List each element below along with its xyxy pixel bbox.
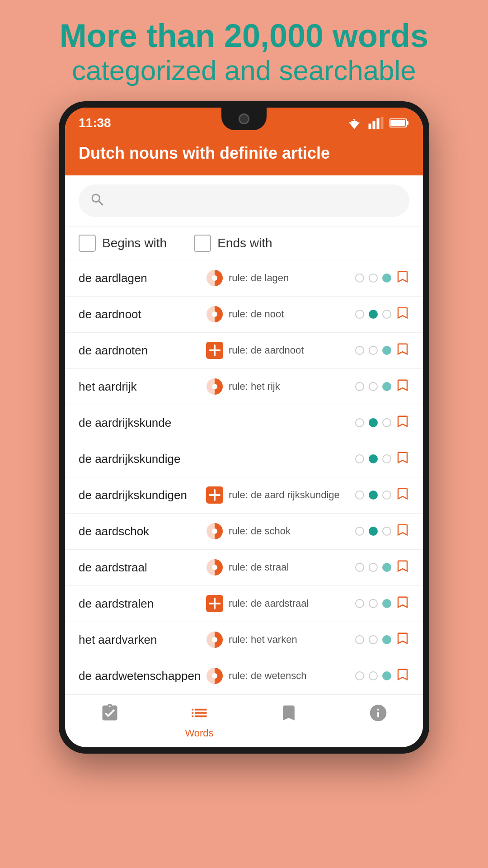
camera-icon xyxy=(239,113,249,124)
dot-0[interactable] xyxy=(355,635,364,644)
word-controls xyxy=(355,666,409,686)
word-row[interactable]: de aardstraal rule: de straal xyxy=(65,550,423,586)
dot-0[interactable] xyxy=(355,382,364,391)
dot-2[interactable] xyxy=(382,527,391,536)
word-row[interactable]: het aardvarken rule: het varken xyxy=(65,622,423,658)
word-text: de aardwetenschappen xyxy=(79,669,205,683)
dot-0[interactable] xyxy=(355,599,364,608)
dot-1[interactable] xyxy=(369,563,378,572)
dot-1[interactable] xyxy=(369,599,378,608)
word-text: de aardrijkskunde xyxy=(79,416,205,430)
bookmark-icon[interactable] xyxy=(396,630,409,650)
ends-with-filter[interactable]: Ends with xyxy=(194,235,272,252)
word-row[interactable]: de aardrijkskunde xyxy=(65,405,423,441)
bookmark-icon[interactable] xyxy=(396,269,409,288)
word-controls xyxy=(355,269,409,288)
word-row[interactable]: de aardstralen rule: de aardstraal xyxy=(65,586,423,622)
rule-text: rule: de schok xyxy=(229,525,355,538)
rule-text: rule: de straal xyxy=(229,561,355,574)
dot-1[interactable] xyxy=(369,527,378,536)
dot-2[interactable] xyxy=(382,671,391,680)
dot-0[interactable] xyxy=(355,563,364,572)
bookmark-icon[interactable] xyxy=(396,413,409,433)
svg-point-30 xyxy=(212,637,217,642)
word-row[interactable]: de aardrijkskundigen rule: de aard rijks… xyxy=(65,477,423,514)
word-row[interactable]: de aardrijkskundige xyxy=(65,441,423,477)
dot-1[interactable] xyxy=(369,491,378,500)
dot-2[interactable] xyxy=(382,346,391,355)
rule-text: rule: de noot xyxy=(229,308,355,321)
bookmark-icon[interactable] xyxy=(396,558,409,577)
rule-text: rule: het varken xyxy=(229,633,355,646)
dot-1[interactable] xyxy=(369,274,378,283)
bookmark-icon[interactable] xyxy=(396,305,409,324)
search-box[interactable] xyxy=(79,184,409,217)
dot-0[interactable] xyxy=(355,491,364,500)
dot-0[interactable] xyxy=(355,527,364,536)
bookmark-icon[interactable] xyxy=(396,666,409,686)
dot-0[interactable] xyxy=(355,418,364,427)
status-time: 11:38 xyxy=(79,116,111,130)
bookmark-icon[interactable] xyxy=(396,449,409,469)
dot-0[interactable] xyxy=(355,274,364,283)
nav-item-check-clipboard[interactable] xyxy=(65,695,155,747)
dot-0[interactable] xyxy=(355,310,364,319)
word-row[interactable]: het aardrijk rule: het rijk xyxy=(65,369,423,405)
word-controls xyxy=(355,341,409,360)
dot-0[interactable] xyxy=(355,346,364,355)
header-line2: categorized and searchable xyxy=(60,54,428,87)
dot-2[interactable] xyxy=(382,563,391,572)
dot-1[interactable] xyxy=(369,418,378,427)
word-row[interactable]: de aardwetenschappen rule: de wetensch xyxy=(65,658,423,694)
dot-2[interactable] xyxy=(382,599,391,608)
search-input[interactable] xyxy=(113,193,399,209)
bookmark-icon[interactable] xyxy=(396,522,409,541)
half-circle-icon xyxy=(205,305,224,324)
info-icon xyxy=(368,703,388,725)
dot-1[interactable] xyxy=(369,310,378,319)
word-row[interactable]: de aardlagen rule: de lagen xyxy=(65,260,423,297)
dot-2[interactable] xyxy=(382,454,391,463)
dot-2[interactable] xyxy=(382,382,391,391)
bookmark-icon[interactable] xyxy=(396,594,409,613)
dot-2[interactable] xyxy=(382,635,391,644)
nav-item-info[interactable] xyxy=(333,695,423,747)
word-row[interactable]: de aardnoten rule: de aardnoot xyxy=(65,333,423,369)
nav-item-list[interactable]: Words xyxy=(155,695,244,747)
dot-0[interactable] xyxy=(355,671,364,680)
word-text: de aardstraal xyxy=(79,561,205,575)
begins-with-checkbox[interactable] xyxy=(79,235,96,252)
dot-1[interactable] xyxy=(369,382,378,391)
begins-with-filter[interactable]: Begins with xyxy=(79,235,167,252)
word-controls xyxy=(355,486,409,505)
dot-1[interactable] xyxy=(369,635,378,644)
dot-1[interactable] xyxy=(369,454,378,463)
dot-2[interactable] xyxy=(382,491,391,500)
ends-with-checkbox[interactable] xyxy=(194,235,211,252)
nav-item-bookmark[interactable] xyxy=(244,695,333,747)
word-controls xyxy=(355,305,409,324)
svg-rect-5 xyxy=(377,118,380,129)
dot-0[interactable] xyxy=(355,454,364,463)
word-text: de aardschok xyxy=(79,524,205,538)
word-row[interactable]: de aardnoot rule: de noot xyxy=(65,297,423,333)
svg-rect-9 xyxy=(390,120,405,126)
bookmark-icon[interactable] xyxy=(396,486,409,505)
status-bar: 11:38 xyxy=(65,108,423,135)
word-row[interactable]: de aardschok rule: de schok xyxy=(65,514,423,550)
rule-text: rule: de aardstraal xyxy=(229,597,355,610)
dot-2[interactable] xyxy=(382,418,391,427)
search-icon xyxy=(89,192,106,210)
dot-2[interactable] xyxy=(382,274,391,283)
wifi-icon xyxy=(346,117,362,129)
rule-text: rule: de aardnoot xyxy=(229,344,355,357)
word-list: de aardlagen rule: de lagen de aardnoot … xyxy=(65,260,423,694)
dot-2[interactable] xyxy=(382,310,391,319)
dot-1[interactable] xyxy=(369,671,378,680)
word-text: de aardnoot xyxy=(79,307,205,321)
word-controls xyxy=(355,630,409,650)
bookmark-icon[interactable] xyxy=(396,377,409,396)
dot-1[interactable] xyxy=(369,346,378,355)
rule-section: rule: de straal xyxy=(205,558,355,577)
bookmark-icon[interactable] xyxy=(396,341,409,360)
